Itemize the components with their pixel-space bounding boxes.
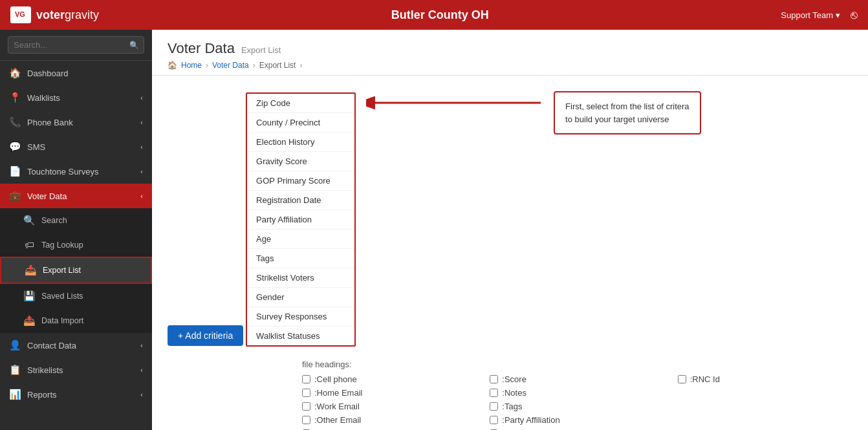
contact-icon: 👤 <box>9 339 21 351</box>
header-county: Butler County OH <box>99 8 781 22</box>
checkbox-notes: :Notes <box>490 388 664 398</box>
criteria-item-gender[interactable]: Gender <box>247 288 354 307</box>
criteria-item-gravityscore[interactable]: Gravity Score <box>247 152 354 171</box>
sidebar-label-taglookup: Tag Lookup <box>41 241 83 250</box>
criteria-dropdown: Zip Code County / Precinct Election Hist… <box>246 92 356 347</box>
sidebar-label-strikelists: Strikelists <box>27 365 63 375</box>
checkboxes-section: file headings: :Cell phone :Score :RNC I… <box>297 360 852 430</box>
sidebar-search-area: 🔍 <box>0 30 152 61</box>
chevron-reports: ‹ <box>140 391 143 398</box>
voterdata-icon: 💼 <box>9 190 21 202</box>
criteria-item-electionhistory[interactable]: Election History <box>247 133 354 152</box>
sidebar-item-sms[interactable]: 💬 SMS ‹ <box>0 134 152 159</box>
sidebar-label-dashboard: Dashboard <box>27 69 69 78</box>
checkbox-otheremail-input[interactable] <box>302 416 310 424</box>
checkbox-empty2 <box>678 402 852 411</box>
logout-icon[interactable]: ⎋ <box>851 8 858 22</box>
touchtone-icon: 📄 <box>9 166 21 177</box>
sidebar-item-reports[interactable]: 📊 Reports ‹ <box>0 382 152 407</box>
checkbox-tags-input[interactable] <box>490 402 498 411</box>
breadcrumb-sep-1: › <box>206 61 208 70</box>
support-team-button[interactable]: Support Team ▾ <box>781 10 840 20</box>
sidebar-item-walklists[interactable]: 📍 Walklists ‹ <box>0 85 152 110</box>
criteria-item-regdate[interactable]: Registration Date <box>247 191 354 210</box>
strikelists-icon: 📋 <box>9 364 21 376</box>
content-body: + Add critieria Zip Code County / Precin… <box>152 76 868 430</box>
criteria-item-survey[interactable]: Survey Responses <box>247 307 354 327</box>
checkbox-cellphone-input[interactable] <box>302 375 310 383</box>
sidebar-item-contactdata[interactable]: 👤 Contact Data ‹ <box>0 333 152 358</box>
header-right: Support Team ▾ ⎋ <box>781 8 858 22</box>
checkbox-homeemail-label: :Home Email <box>314 388 362 398</box>
criteria-item-partyaffil[interactable]: Party Affiliation <box>247 210 354 230</box>
sidebar-item-dataimport[interactable]: 📤 Data Import <box>0 308 152 333</box>
savedlists-icon: 💾 <box>23 290 35 302</box>
sidebar-label-walklists: Walklists <box>27 93 60 103</box>
tag-icon: 🏷 <box>23 239 35 250</box>
breadcrumb: 🏠 Home › Voter Data › Export List › <box>168 61 852 70</box>
criteria-item-walklist[interactable]: Walklist Statuses <box>247 327 354 345</box>
search-input[interactable] <box>8 36 144 54</box>
section-label: file headings: <box>302 360 852 369</box>
checkbox-rncid-label: :RNC Id <box>690 374 720 384</box>
checkbox-cellphone-label: :Cell phone <box>314 374 357 384</box>
sidebar-item-voterdata[interactable]: 💼 Voter Data ‹ <box>0 184 152 208</box>
sidebar-item-savedlists[interactable]: 💾 Saved Lists <box>0 284 152 308</box>
checkbox-notes-label: :Notes <box>502 388 526 398</box>
checkbox-homeemail: :Home Email <box>302 388 477 398</box>
checkbox-empty3 <box>678 415 852 425</box>
walklists-icon: 📍 <box>9 92 21 103</box>
checkbox-homeemail-input[interactable] <box>302 389 310 397</box>
add-criteria-button[interactable]: + Add critieria <box>168 325 243 346</box>
chevron-phonebank: ‹ <box>140 118 143 126</box>
checkbox-score-input[interactable] <box>490 375 498 383</box>
criteria-item-county[interactable]: County / Precinct <box>247 113 354 133</box>
chevron-strikelists: ‹ <box>140 366 143 374</box>
sidebar-label-savedlists: Saved Lists <box>41 292 83 301</box>
criteria-item-gopprimary[interactable]: GOP Primary Score <box>247 171 354 191</box>
sidebar-label-voterdata: Voter Data <box>27 191 67 201</box>
sidebar-label-exportlist: Export List <box>43 266 81 275</box>
search-icon: 🔍 <box>129 41 139 50</box>
breadcrumb-sep-3: › <box>299 61 302 70</box>
sidebar-label-phonebank: Phone Bank <box>27 118 73 127</box>
chevron-touchtone: ‹ <box>140 167 143 175</box>
checkbox-tags: :Tags <box>490 402 664 411</box>
criteria-item-zipcode[interactable]: Zip Code <box>247 94 354 113</box>
sidebar-voterdata-sub: 🔍 Search 🏷 Tag Lookup 📥 Export List 💾 Sa… <box>0 208 152 333</box>
sidebar-item-strikelists[interactable]: 📋 Strikelists ‹ <box>0 358 152 382</box>
page-subtitle: Export List <box>241 45 281 55</box>
tooltip-box: First, select from the list of critera t… <box>554 91 700 134</box>
sidebar-item-dashboard[interactable]: 🏠 Dashboard <box>0 61 152 85</box>
page-header: Voter Data Export List 🏠 Home › Voter Da… <box>152 30 868 76</box>
checkbox-tags-label: :Tags <box>502 402 522 411</box>
chevron-contact: ‹ <box>140 341 143 349</box>
sidebar-item-exportlist[interactable]: 📥 Export List <box>0 257 152 284</box>
checkbox-partyaffil-label: :Party Affiliation <box>502 415 559 425</box>
logo-box: VG <box>10 6 31 23</box>
breadcrumb-home[interactable]: Home <box>181 61 202 70</box>
sidebar-label-sms: SMS <box>27 142 45 152</box>
checkbox-notes-input[interactable] <box>490 389 498 397</box>
sidebar-label-search: Search <box>41 216 67 225</box>
checkbox-workemail: :Work Email <box>302 402 477 411</box>
checkbox-workemail-input[interactable] <box>302 402 310 411</box>
criteria-item-age[interactable]: Age <box>247 230 354 249</box>
content-area: Voter Data Export List 🏠 Home › Voter Da… <box>152 30 868 430</box>
sidebar-item-taglookup[interactable]: 🏷 Tag Lookup <box>0 233 152 257</box>
sidebar-item-search[interactable]: 🔍 Search <box>0 208 152 233</box>
sidebar-item-phonebank[interactable]: 📞 Phone Bank ‹ <box>0 110 152 134</box>
checkbox-otheremail: :Other Email <box>302 415 477 425</box>
checkbox-partyaffil-input[interactable] <box>490 416 498 424</box>
criteria-item-tags[interactable]: Tags <box>247 249 354 268</box>
checkbox-score-label: :Score <box>502 374 526 384</box>
import-icon: 📤 <box>23 315 35 327</box>
top-header: VG votergravity Butler County OH Support… <box>0 0 868 30</box>
checkbox-rncid-input[interactable] <box>678 375 686 383</box>
home-breadcrumb-icon: 🏠 <box>168 61 177 70</box>
sms-icon: 💬 <box>9 141 21 153</box>
criteria-item-strikelist[interactable]: Strikelist Voters <box>247 268 354 288</box>
breadcrumb-voterdata[interactable]: Voter Data <box>212 61 249 70</box>
chevron-sms: ‹ <box>140 143 143 151</box>
sidebar-item-touchtone[interactable]: 📄 Touchtone Surveys ‹ <box>0 159 152 184</box>
